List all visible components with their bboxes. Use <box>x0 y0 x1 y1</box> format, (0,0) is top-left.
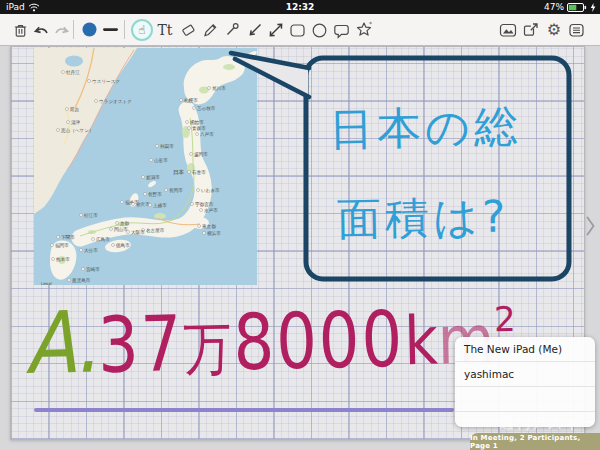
map-label: 盛岡市 <box>194 152 208 157</box>
map-city-marker <box>208 87 211 90</box>
map-city-marker <box>186 121 189 124</box>
map-label: 新潟市 <box>146 174 160 180</box>
star-shape-tool[interactable] <box>353 14 375 45</box>
map-city-marker <box>165 189 168 192</box>
map-city-marker <box>88 80 91 83</box>
map-city-marker <box>67 121 70 124</box>
trash-button[interactable] <box>10 14 30 45</box>
double-arrow-tool[interactable] <box>265 14 287 45</box>
map-city-marker <box>144 193 147 196</box>
stroke-width-button[interactable] <box>100 14 120 45</box>
participant-row-me[interactable]: The New iPad (Me) <box>455 337 595 362</box>
map-label: 長野市 <box>148 192 162 197</box>
map-label: 横浜市 <box>207 231 221 236</box>
ellipse-shape-tool[interactable] <box>309 14 329 45</box>
map-label: 熊本市 <box>56 257 70 262</box>
map-label: 旭川市 <box>212 86 226 91</box>
map-city-marker <box>112 244 115 247</box>
map-label: 下関市 <box>61 235 75 240</box>
status-bar: iPad 12:32 47% <box>0 0 600 14</box>
map-label: 青森市 <box>192 126 206 131</box>
map-city-marker <box>92 238 95 241</box>
map-label: 清津 <box>71 120 81 125</box>
map-city-marker <box>180 99 183 102</box>
map-city-marker <box>149 204 152 207</box>
hand-pointer-icon: ☝ <box>138 24 145 36</box>
participant-row[interactable]: yashimac <box>455 362 595 387</box>
rounded-rect-shape-tool[interactable] <box>287 14 307 45</box>
map-label: 札幌市 <box>184 97 198 104</box>
share-button[interactable] <box>520 14 542 45</box>
map-label: 大分市 <box>84 248 98 253</box>
map-label: 松江市 <box>83 213 98 218</box>
map-label: 日本 <box>173 169 185 176</box>
pen-tool[interactable] <box>200 14 220 45</box>
battery-percent: 47% <box>544 2 564 12</box>
question-line-1: 日本の総 <box>328 97 522 159</box>
participant-row-empty <box>455 387 595 412</box>
answer-underline <box>34 408 454 412</box>
toolbar: ☝ Tt <box>0 14 600 46</box>
map-label: 水戸市 <box>204 208 218 213</box>
answer-unit-k: k <box>403 301 438 380</box>
map-city-marker <box>52 258 55 261</box>
map-city-marker <box>66 108 69 111</box>
charging-bolt-icon <box>590 3 596 12</box>
photo-insert-button[interactable] <box>497 14 519 45</box>
toolbar-divider <box>73 20 74 39</box>
map-label: 八戸市 <box>200 132 214 137</box>
next-page-chevron[interactable] <box>585 215 596 237</box>
japan-map-image[interactable]: 牡丹江ウスリースク延吉ウラジオストク清津恵山（ヘサン）旭川市札幌市苫小牧市函館市… <box>34 48 257 285</box>
map-label: 恵山（ヘサン） <box>60 128 93 133</box>
map-city-marker <box>51 244 54 247</box>
map-city-marker <box>188 171 191 174</box>
redo-button[interactable] <box>52 14 72 45</box>
map-city-marker <box>198 225 201 228</box>
map-label: ウスリースク <box>92 79 120 84</box>
text-tool-icon: Tt <box>158 22 173 38</box>
map-label: Legal <box>41 281 52 285</box>
page-list-button[interactable] <box>565 14 587 45</box>
map-city-marker <box>127 231 130 234</box>
map-label: 山形市 <box>154 158 168 163</box>
map-label: 岡山市 <box>114 227 128 232</box>
settings-button[interactable]: ⚙ <box>543 14 565 45</box>
map-city-marker <box>191 203 194 206</box>
pen-color-swatch[interactable] <box>79 14 99 45</box>
map-label: いわき市 <box>201 188 220 193</box>
answer-num1: 37 <box>97 299 184 390</box>
undo-button[interactable] <box>31 14 51 45</box>
participant-row-empty <box>455 412 595 427</box>
answer-prefix: A. <box>24 292 99 392</box>
map-label: 金沢市 <box>136 202 150 207</box>
map-city-marker <box>193 107 196 110</box>
meeting-status-badge: In Meeting, 2 Participants, Page 1 <box>470 433 600 450</box>
answer-man: 万 <box>183 310 235 388</box>
map-city-marker <box>132 203 135 206</box>
map-city-marker <box>80 214 83 217</box>
toolbar-divider <box>124 20 125 39</box>
map-label: 長岡市 <box>169 188 183 193</box>
hand-select-tool-selected[interactable]: ☝ <box>130 14 154 45</box>
answer-superscript: 2 <box>493 299 515 339</box>
map-city-marker <box>203 232 206 235</box>
pointer-pin-tool[interactable] <box>222 14 242 45</box>
eraser-tool[interactable] <box>178 14 198 45</box>
speech-bubble-shape-tool[interactable] <box>331 14 351 45</box>
map-city-marker <box>57 129 60 132</box>
map-city-marker <box>95 100 98 103</box>
map-city-marker <box>197 189 200 192</box>
text-tool[interactable]: Tt <box>155 14 175 45</box>
map-label: 牡丹江 <box>66 70 80 75</box>
line-arrow-tool[interactable] <box>245 14 265 45</box>
map-city-marker <box>82 268 85 271</box>
answer-handwriting: A.37万8000km2 <box>24 290 517 386</box>
map-label: 延吉 <box>69 106 80 112</box>
map-city-marker <box>190 153 193 156</box>
map-label: 広島市 <box>96 237 110 242</box>
question-line-2: 面積は? <box>336 188 509 250</box>
map-label: 大阪市 <box>131 229 145 235</box>
map-city-marker <box>68 279 71 282</box>
map-city-marker <box>142 176 145 179</box>
answer-num2: 8000 <box>232 295 405 387</box>
